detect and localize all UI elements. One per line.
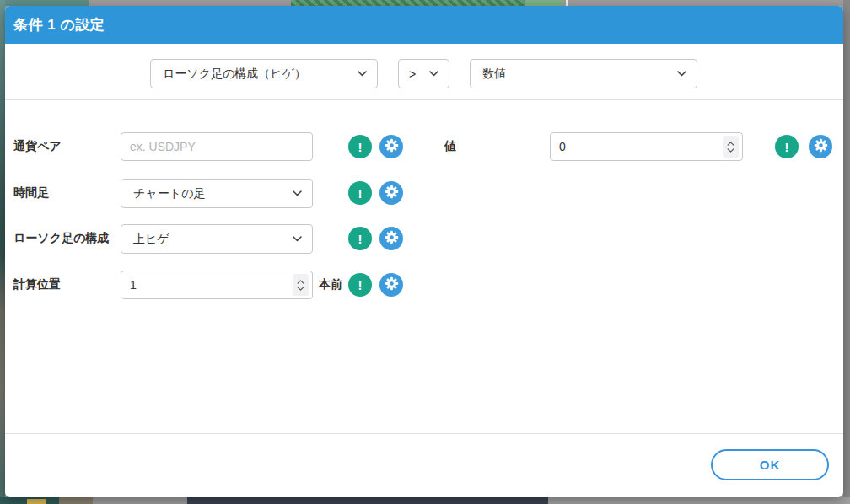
candle-composition-select[interactable]: 上ヒゲ <box>121 224 313 254</box>
gear-button-value[interactable] <box>809 135 832 158</box>
value-number-field <box>550 132 743 161</box>
background-chart-strip <box>525 0 563 6</box>
gear-icon <box>385 276 399 293</box>
calc-position-suffix: 本前 <box>319 271 342 299</box>
chevron-down-icon <box>293 236 302 242</box>
gear-icon <box>385 230 399 247</box>
gear-icon <box>385 185 399 201</box>
gear-button-currency-pair[interactable] <box>379 135 403 158</box>
spinner-up-down-icon[interactable] <box>293 274 309 296</box>
exclamation-icon: ! <box>358 187 363 200</box>
chevron-down-icon <box>358 71 367 77</box>
condition-settings-dialog: 条件 1 の設定 ローソク足の構成（ヒゲ） > 数値 通貨ペア ! 値 <box>5 6 843 497</box>
timeframe-select[interactable]: チャートの足 <box>121 179 313 208</box>
exclamation-icon: ! <box>358 279 363 292</box>
operator-select[interactable]: > <box>398 59 449 88</box>
info-button-currency-pair[interactable]: ! <box>348 135 372 158</box>
gear-button-candle-composition[interactable] <box>379 227 403 250</box>
section-divider <box>5 99 843 100</box>
background-strip <box>93 497 187 504</box>
gear-button-calc-position[interactable] <box>379 273 403 297</box>
gear-icon <box>385 138 399 155</box>
info-button-candle-composition[interactable]: ! <box>348 227 372 250</box>
background-strip <box>0 0 89 6</box>
right-operand-select[interactable]: 数値 <box>470 59 697 88</box>
currency-pair-label: 通貨ペア <box>13 132 62 161</box>
background-strip <box>59 497 93 504</box>
chevron-down-icon <box>293 190 302 196</box>
currency-pair-input[interactable] <box>121 132 313 161</box>
ok-button[interactable]: OK <box>711 449 829 480</box>
calc-position-label: 計算位置 <box>13 271 61 299</box>
background-strip <box>89 0 291 6</box>
info-button-timeframe[interactable]: ! <box>348 181 372 205</box>
timeframe-value: チャートの足 <box>133 186 205 201</box>
dialog-header: 条件 1 の設定 <box>5 6 843 44</box>
gear-button-timeframe[interactable] <box>379 181 403 205</box>
calc-position-number-field <box>121 271 313 299</box>
exclamation-icon: ! <box>358 233 363 245</box>
exclamation-icon: ! <box>358 141 363 153</box>
gear-icon <box>814 138 828 155</box>
background-strip <box>187 497 548 504</box>
chevron-down-icon <box>429 71 438 77</box>
footer-divider <box>5 433 843 434</box>
candle-composition-label: ローソク足の構成 <box>13 224 109 253</box>
chevron-down-icon <box>677 71 686 77</box>
info-button-calc-position[interactable]: ! <box>348 273 372 297</box>
background-tick <box>566 0 568 6</box>
candle-composition-value: 上ヒゲ <box>133 232 169 247</box>
spinner-up-down-icon[interactable] <box>723 136 739 158</box>
operator-value: > <box>409 67 416 81</box>
dialog-title: 条件 1 の設定 <box>13 6 105 44</box>
background-strip <box>548 497 850 504</box>
value-input[interactable] <box>551 140 723 153</box>
exclamation-icon: ! <box>785 141 789 153</box>
left-operand-select[interactable]: ローソク足の構成（ヒゲ） <box>150 59 378 88</box>
calc-position-input[interactable] <box>121 278 293 292</box>
right-operand-value: 数値 <box>482 67 506 82</box>
background-strip <box>563 0 850 6</box>
value-label: 値 <box>444 132 456 161</box>
background-chart-strip <box>291 0 525 6</box>
info-button-value[interactable]: ! <box>775 135 799 158</box>
timeframe-label: 時間足 <box>13 179 49 207</box>
background-mark <box>27 499 46 504</box>
background-strip <box>843 0 850 504</box>
left-operand-value: ローソク足の構成（ヒゲ） <box>163 67 306 82</box>
